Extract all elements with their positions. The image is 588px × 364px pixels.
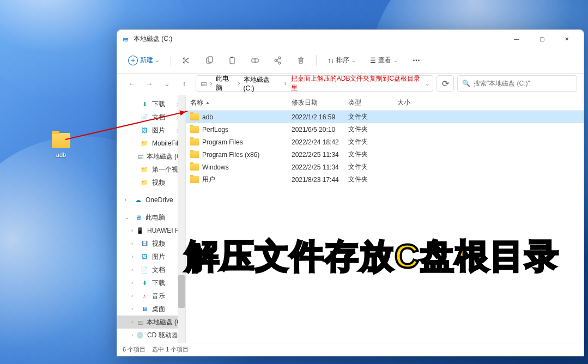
up-button[interactable]: ↑: [176, 75, 192, 92]
svg-point-6: [532, 350, 537, 355]
file-name: Program Files (x86): [202, 151, 259, 159]
scrollbar-thumb[interactable]: [178, 275, 185, 308]
share-icon: [274, 56, 282, 65]
chevron-icon: ›: [131, 280, 137, 286]
sidebar-item[interactable]: ›📱HUAWEI P20: [117, 224, 185, 237]
file-row[interactable]: 用户2021/8/23 17:44文件夹: [186, 173, 584, 186]
file-list: adb2022/1/2 16:59文件夹PerfLogs2021/6/5 20:…: [186, 111, 584, 343]
rename-icon: [251, 56, 259, 65]
sidebar-item[interactable]: ›♪音乐: [117, 289, 185, 302]
file-date: 2022/1/2 16:59: [287, 113, 344, 121]
sidebar-item[interactable]: ›🖼图片: [117, 250, 185, 263]
forward-button[interactable]: →: [141, 75, 157, 92]
sidebar-item[interactable]: ›🎞视频: [117, 237, 185, 250]
plus-icon: +: [128, 56, 138, 65]
rename-button[interactable]: [245, 52, 265, 69]
sidebar-label: 此电脑: [146, 213, 165, 222]
column-name[interactable]: 名称▲: [186, 98, 287, 107]
scissors-icon: [182, 56, 191, 65]
desktop-folder-label: adb: [56, 151, 66, 158]
scrollbar[interactable]: [178, 95, 185, 343]
back-button[interactable]: ←: [124, 75, 140, 92]
folder-icon: [190, 176, 199, 183]
breadcrumb-thispc[interactable]: 此电脑: [215, 73, 236, 94]
cut-button[interactable]: [177, 52, 196, 69]
sidebar-item[interactable]: 📁MobileFile: [117, 137, 185, 150]
file-row[interactable]: Program Files (x86)2022/2/25 11:34文件夹: [186, 148, 584, 161]
copy-button[interactable]: [199, 52, 219, 69]
refresh-button[interactable]: ⟳: [437, 75, 454, 92]
file-type: 文件夹: [344, 125, 393, 134]
sidebar-label: 文档: [152, 265, 165, 275]
file-row[interactable]: PerfLogs2021/6/5 20:10文件夹: [186, 123, 584, 136]
sidebar-item[interactable]: ›☁OneDrive: [117, 193, 185, 207]
sidebar-item[interactable]: ⬇下载📌: [117, 98, 185, 111]
view-icon: ☰: [370, 57, 376, 64]
search-box[interactable]: 🔍: [457, 75, 577, 92]
desktop-folder-adb[interactable]: adb: [49, 133, 73, 159]
sidebar-item[interactable]: ›🖴本地磁盘 (C:): [117, 316, 185, 329]
view-button[interactable]: ☰ 查看 ⌄: [365, 52, 403, 69]
file-name: 用户: [202, 175, 215, 184]
new-button[interactable]: + 新建 ⌄: [123, 52, 165, 69]
sidebar-label: OneDrive: [146, 196, 173, 204]
watermark: 玩机大陆: [527, 345, 579, 357]
copy-icon: [205, 56, 214, 65]
toolbar: + 新建 ⌄ ↑↓ 排序 ⌄ ☰ 查看 ⌄ ···: [117, 47, 584, 74]
sidebar-icon: 🖼: [140, 252, 149, 261]
trash-icon: [296, 56, 305, 65]
file-row[interactable]: Program Files2022/2/24 18:42文件夹: [186, 136, 584, 148]
statusbar: 6 个项目 选中 1 个项目: [117, 343, 584, 356]
chevron-icon: ›: [131, 332, 133, 338]
sidebar-icon: ⬇: [140, 100, 149, 108]
sidebar-icon: 🖥: [140, 305, 149, 313]
file-date: 2021/8/23 17:44: [287, 176, 344, 184]
sidebar-label: 桌面: [152, 305, 165, 314]
sidebar-label: 图片: [152, 252, 165, 262]
chevron-down-icon[interactable]: ⌄: [425, 81, 429, 87]
chevron-icon: ›: [125, 197, 130, 203]
column-type[interactable]: 类型: [344, 98, 393, 107]
sidebar-item[interactable]: 📁视频: [117, 176, 185, 189]
sidebar-item[interactable]: ⌄🖥此电脑: [117, 211, 185, 224]
status-selection: 选中 1 个项目: [152, 345, 189, 354]
file-view: 名称▲ 修改日期 类型 大小 adb2022/1/2 16:59文件夹PerfL…: [186, 95, 584, 343]
titlebar[interactable]: 🖴 本地磁盘 (C:) — ▢ ✕: [117, 30, 584, 47]
file-row[interactable]: adb2022/1/2 16:59文件夹: [186, 111, 584, 123]
sidebar-item[interactable]: ›💿CD 驱动器 (D:): [117, 329, 185, 342]
breadcrumb-drive[interactable]: 本地磁盘 (C:): [243, 74, 282, 93]
wechat-icon: [527, 345, 539, 357]
sidebar-item[interactable]: 🖴本地磁盘 (C:): [117, 150, 185, 163]
folder-icon: [190, 113, 199, 120]
maximize-button[interactable]: ▢: [529, 30, 554, 47]
close-button[interactable]: ✕: [554, 30, 579, 47]
more-button[interactable]: ···: [407, 52, 426, 69]
status-count: 6 个项目: [123, 345, 146, 354]
file-type: 文件夹: [344, 175, 393, 184]
sidebar-item[interactable]: 📁第一个视频: [117, 163, 185, 176]
sidebar-item[interactable]: 📄文档📌: [117, 111, 185, 124]
column-size[interactable]: 大小: [393, 98, 426, 107]
share-button[interactable]: [268, 52, 288, 69]
address-bar[interactable]: 🖴 › 此电脑 › 本地磁盘 (C:) › 把桌面上解压的ADB文件夹复制到C盘…: [196, 75, 433, 92]
sidebar-item[interactable]: ›🖥桌面: [117, 302, 185, 316]
explorer-window: 🖴 本地磁盘 (C:) — ▢ ✕ + 新建 ⌄ ↑↓ 排序 ⌄ ☰ 查看 ⌄: [117, 29, 584, 356]
column-date[interactable]: 修改日期: [287, 98, 344, 107]
file-type: 文件夹: [344, 112, 393, 122]
sidebar-icon: ☁: [134, 196, 142, 204]
chevron-icon: ›: [131, 241, 137, 246]
sort-icon: ↑↓: [328, 57, 334, 64]
sidebar-item[interactable]: ›⬇下载: [117, 276, 185, 289]
delete-button[interactable]: [291, 52, 311, 69]
drive-icon: 🖴: [199, 79, 208, 88]
sidebar-icon: 🖼: [140, 126, 149, 135]
file-name: Windows: [202, 163, 229, 171]
minimize-button[interactable]: —: [504, 30, 529, 47]
paste-button[interactable]: [222, 52, 242, 69]
search-input[interactable]: [474, 80, 572, 87]
file-row[interactable]: Windows2022/2/25 11:34文件夹: [186, 161, 584, 173]
recent-button[interactable]: ⌄: [159, 75, 175, 92]
file-type: 文件夹: [344, 162, 393, 172]
sidebar-item[interactable]: ›📄文档: [117, 263, 185, 276]
sort-button[interactable]: ↑↓ 排序 ⌄: [322, 52, 361, 69]
